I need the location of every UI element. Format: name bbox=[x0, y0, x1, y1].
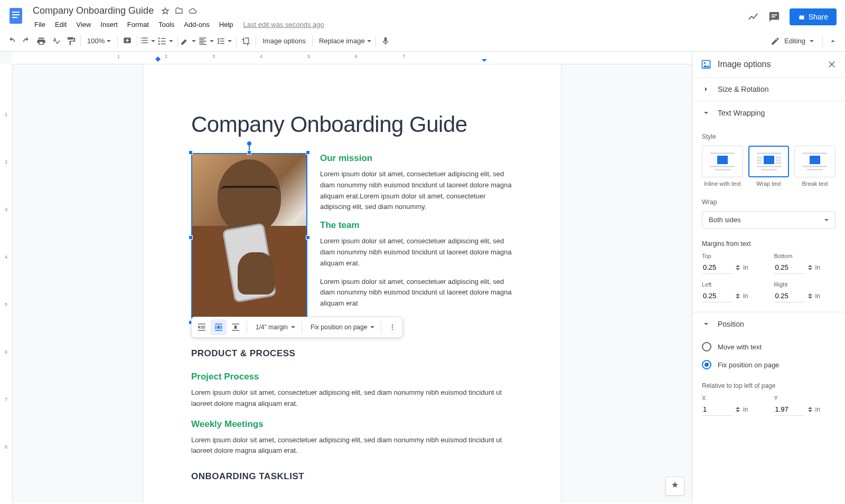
stepper-up[interactable] bbox=[808, 405, 812, 409]
svg-rect-1 bbox=[12, 12, 20, 13]
resize-handle-tm[interactable] bbox=[247, 150, 251, 155]
image-options-button[interactable]: Image options bbox=[258, 34, 310, 49]
break-text-button[interactable] bbox=[228, 319, 243, 335]
horizontal-ruler[interactable]: 1 2 3 4 5 6 7 bbox=[13, 52, 692, 64]
doc-heading-weekly: Weekly Meetings bbox=[191, 419, 513, 430]
stepper-down[interactable] bbox=[808, 410, 812, 414]
collapse-toolbar-button[interactable] bbox=[828, 36, 838, 46]
stepper-down[interactable] bbox=[808, 268, 812, 272]
doc-heading-project: Project Process bbox=[191, 372, 513, 382]
fix-position-radio[interactable]: Fix position on page bbox=[702, 356, 835, 374]
stepper-up[interactable] bbox=[808, 291, 812, 296]
indent-marker-right[interactable] bbox=[482, 59, 487, 64]
menu-file[interactable]: File bbox=[31, 18, 49, 31]
svg-rect-5 bbox=[771, 16, 775, 17]
menu-format[interactable]: Format bbox=[124, 18, 153, 31]
menu-addons[interactable]: Add-ons bbox=[180, 18, 213, 31]
margin-left-field: Left in bbox=[702, 281, 764, 302]
redo-button[interactable] bbox=[19, 34, 34, 49]
cloud-status-icon[interactable] bbox=[189, 7, 197, 15]
chevron-down-icon bbox=[702, 109, 710, 117]
stepper-down[interactable] bbox=[736, 268, 740, 272]
position-x-input[interactable] bbox=[702, 403, 733, 416]
editing-mode-dropdown[interactable]: Editing bbox=[764, 36, 820, 46]
menu-edit[interactable]: Edit bbox=[51, 18, 70, 31]
numbered-list-dropdown[interactable] bbox=[139, 34, 157, 49]
last-edit-link[interactable]: Last edit was seconds ago bbox=[243, 21, 324, 28]
close-panel-button[interactable] bbox=[827, 60, 837, 69]
margin-top-input[interactable] bbox=[702, 261, 733, 274]
explore-button[interactable] bbox=[665, 477, 684, 496]
doc-heading-tasklist: ONBOARDING TASKLIST bbox=[191, 471, 513, 482]
menu-view[interactable]: View bbox=[72, 18, 95, 31]
document-page[interactable]: Company Onboarding Guide bbox=[144, 64, 561, 503]
style-inline-option[interactable]: Inline with text bbox=[702, 146, 743, 187]
selected-image[interactable] bbox=[191, 153, 307, 322]
size-rotation-section[interactable]: Size & Rotation bbox=[692, 78, 845, 101]
position-section[interactable]: Position bbox=[692, 312, 845, 336]
menu-help[interactable]: Help bbox=[215, 18, 237, 31]
docs-logo-icon[interactable] bbox=[6, 6, 25, 25]
margin-dropdown[interactable]: 1/4" margin bbox=[250, 319, 298, 335]
border-color-dropdown[interactable] bbox=[180, 34, 198, 49]
indent-marker-left[interactable] bbox=[155, 54, 161, 59]
comments-icon[interactable] bbox=[768, 11, 780, 23]
vertical-ruler[interactable]: 1 2 3 4 5 6 7 8 bbox=[0, 64, 13, 503]
svg-rect-3 bbox=[12, 17, 17, 18]
chevron-right-icon bbox=[702, 85, 710, 93]
margins-label: Margins from text bbox=[702, 240, 835, 248]
rotate-handle[interactable] bbox=[247, 141, 251, 146]
print-button[interactable] bbox=[34, 34, 49, 49]
move-icon[interactable] bbox=[175, 7, 183, 15]
margin-bottom-input[interactable] bbox=[774, 261, 805, 274]
stepper-up[interactable] bbox=[808, 263, 812, 267]
crop-button[interactable] bbox=[239, 34, 253, 49]
wrap-text-button[interactable] bbox=[211, 319, 227, 335]
align-dropdown[interactable] bbox=[198, 34, 216, 49]
indent-marker-first[interactable] bbox=[155, 59, 161, 64]
doc-paragraph: Lorem ipsum dolor sit amet, consectetuer… bbox=[191, 435, 513, 457]
replace-image-dropdown[interactable]: Replace image bbox=[315, 34, 373, 49]
line-spacing-dropdown[interactable] bbox=[216, 34, 234, 49]
resize-handle-tr[interactable] bbox=[306, 150, 310, 155]
voice-typing-button[interactable] bbox=[378, 34, 393, 49]
stepper-up[interactable] bbox=[736, 405, 740, 409]
paint-format-button[interactable] bbox=[63, 34, 78, 49]
text-wrapping-section[interactable]: Text Wrapping bbox=[692, 101, 845, 125]
menu-tools[interactable]: Tools bbox=[155, 18, 178, 31]
activity-icon[interactable] bbox=[747, 11, 759, 23]
resize-handle-mr[interactable] bbox=[306, 235, 310, 240]
svg-point-11 bbox=[392, 327, 393, 328]
wrap-inline-button[interactable] bbox=[194, 319, 210, 335]
margin-right-input[interactable] bbox=[774, 290, 805, 302]
stepper-down[interactable] bbox=[736, 297, 740, 301]
position-y-input[interactable] bbox=[774, 403, 805, 416]
style-wrap-option[interactable]: Wrap text bbox=[748, 146, 790, 187]
document-title[interactable]: Company Onboarding Guide bbox=[31, 4, 156, 17]
stepper-down[interactable] bbox=[808, 297, 812, 301]
menu-insert[interactable]: Insert bbox=[97, 18, 121, 31]
star-icon[interactable] bbox=[161, 7, 170, 15]
svg-point-8 bbox=[158, 40, 160, 42]
move-with-text-radio[interactable]: Move with text bbox=[702, 338, 835, 356]
margin-left-input[interactable] bbox=[702, 290, 733, 302]
resize-handle-tl[interactable] bbox=[189, 150, 193, 155]
toolbar: 100% Image options Replace image Editing bbox=[0, 31, 845, 52]
add-comment-button[interactable] bbox=[120, 34, 135, 49]
spellcheck-button[interactable] bbox=[49, 34, 63, 49]
svg-rect-2 bbox=[12, 14, 20, 15]
share-button[interactable]: Share bbox=[790, 8, 837, 25]
chevron-down-icon bbox=[702, 320, 710, 328]
zoom-dropdown[interactable]: 100% bbox=[83, 37, 115, 45]
doc-paragraph: Lorem ipsum dolor sit amet, consectetuer… bbox=[191, 387, 513, 410]
undo-button[interactable] bbox=[4, 34, 19, 49]
stepper-up[interactable] bbox=[736, 263, 740, 267]
more-options-button[interactable] bbox=[384, 319, 400, 335]
stepper-up[interactable] bbox=[736, 291, 740, 296]
wrap-sides-dropdown[interactable]: Both sides bbox=[702, 211, 835, 229]
stepper-down[interactable] bbox=[736, 410, 740, 414]
fix-position-dropdown[interactable]: Fix position on page bbox=[305, 319, 378, 335]
resize-handle-ml[interactable] bbox=[189, 235, 193, 240]
style-break-option[interactable]: Break text bbox=[794, 146, 835, 187]
bulleted-list-dropdown[interactable] bbox=[157, 34, 175, 49]
